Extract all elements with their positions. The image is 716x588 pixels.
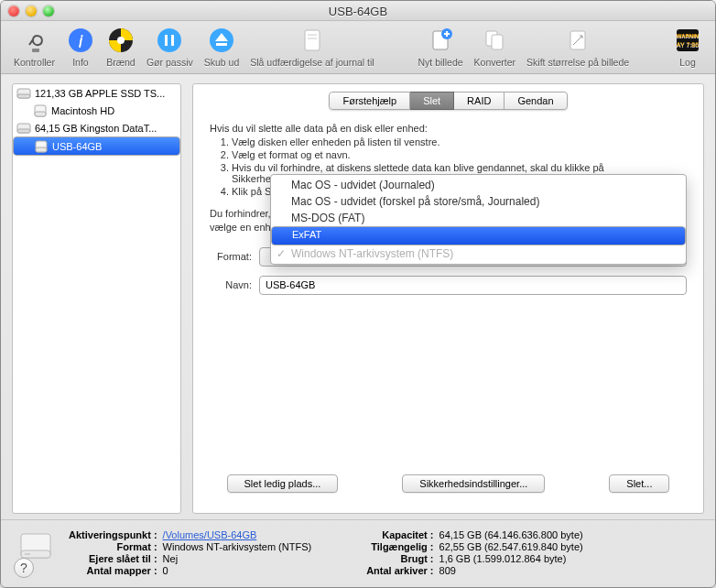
security-options-button[interactable]: Sikkerhedsindstillinger... [402, 474, 545, 493]
format-row: Format: Mac OS - udvidet (Journaled)Mac … [210, 247, 687, 267]
info-key: Ejere slået til : [69, 553, 157, 564]
konverter-icon [480, 26, 509, 55]
nyt-icon [426, 26, 455, 55]
toolbar-passiv-button[interactable]: Gør passiv [141, 24, 199, 70]
button-row: Slet ledig plads... Sikkerhedsindstillin… [210, 463, 687, 502]
window-body: 121,33 GB APPLE SSD TS...Macintosh HD64,… [1, 74, 715, 587]
info-key: Tilgængelig : [366, 541, 433, 552]
svg-point-5 [157, 28, 181, 52]
disk-item[interactable]: 121,33 GB APPLE SSD TS... [13, 84, 180, 102]
instructions-intro: Hvis du vil slette alle data på en disk … [210, 123, 687, 134]
svg-rect-31 [25, 553, 30, 555]
braend-icon [106, 26, 136, 55]
passiv-icon [155, 26, 184, 55]
toolbar-journal-button[interactable]: Slå udfærdigelse af journal til [244, 24, 379, 70]
toolbar-label: Nyt billede [418, 57, 463, 68]
toolbar-skub-button[interactable]: Skub ud [199, 24, 245, 70]
resize-icon [563, 26, 592, 55]
format-option[interactable]: ExFAT [271, 226, 686, 245]
format-option[interactable]: Mac OS - udvidet (forskel på store/små, … [271, 193, 686, 210]
instruction-step: Vælg disken eller enheden på listen til … [232, 136, 687, 148]
svg-rect-10 [305, 30, 320, 50]
svg-rect-28 [36, 147, 47, 152]
info-value: Windows NT-arkivsystem (NTFS) [163, 541, 312, 552]
svg-rect-6 [165, 35, 168, 46]
info-key: Antal arkiver : [366, 565, 433, 576]
tab-førstehjælp[interactable]: Førstehjælp [329, 92, 410, 110]
svg-rect-22 [17, 94, 30, 98]
item-label: 121,33 GB APPLE SSD TS... [35, 88, 165, 99]
volume-item[interactable]: USB-64GB [13, 136, 180, 156]
disk-icon [16, 121, 31, 136]
format-option[interactable]: MS-DOS (FAT) [271, 210, 686, 226]
help-button[interactable]: ? [14, 558, 34, 578]
kontroller-icon [19, 26, 49, 55]
footer: Aktiveringspunkt :/Volumes/USB-64GBForma… [1, 519, 715, 587]
format-option: Windows NT-arkivsystem (NTFS) [271, 245, 686, 262]
format-option[interactable]: Mac OS - udvidet (Journaled) [271, 177, 686, 193]
window-title: USB-64GB [1, 3, 715, 18]
title-bar: USB-64GB [1, 1, 715, 21]
toolbar-braend-button[interactable]: Brænd [101, 24, 141, 70]
toolbar-resize-button[interactable]: Skift størrelse på billede [521, 24, 635, 70]
svg-rect-16 [492, 35, 503, 49]
toolbar-label: Skift størrelse på billede [526, 57, 629, 68]
toolbar-label: Info [72, 57, 89, 68]
disk-icon [16, 86, 31, 101]
info-value: 0 [163, 565, 312, 576]
svg-rect-24 [35, 112, 46, 116]
instruction-step: Vælg et format og et navn. [232, 148, 687, 161]
skub-icon [207, 26, 236, 55]
traffic-lights [8, 5, 54, 16]
toolbar-label: Slå udfærdigelse af journal til [250, 57, 374, 68]
info-icon: i [66, 26, 95, 55]
toolbar-kontroller-button[interactable]: Kontroller [8, 24, 60, 70]
format-label: Format: [210, 251, 259, 262]
info-key: Aktiveringspunkt : [69, 529, 157, 540]
toolbar-label: Log [679, 57, 696, 68]
toolbar-info-button[interactable]: iInfo [60, 24, 101, 70]
info-key: Antal mapper : [69, 565, 157, 576]
device-sidebar: 121,33 GB APPLE SSD TS...Macintosh HD64,… [12, 83, 181, 514]
journal-icon [298, 26, 327, 55]
erase-panel: Hvis du vil slette alle data på en disk … [193, 110, 703, 513]
tab-gendan[interactable]: Gendan [504, 92, 567, 110]
zoom-button[interactable] [43, 5, 54, 16]
toolbar: KontrolleriInfoBrændGør passivSkub udSlå… [1, 21, 715, 74]
tab-raid[interactable]: RAID [454, 92, 504, 110]
name-label: Navn: [210, 279, 259, 290]
toolbar-label: Konverter [474, 57, 516, 68]
name-input[interactable] [259, 276, 687, 295]
tab-bar: FørstehjælpSletRAIDGendan [193, 84, 703, 110]
erase-free-space-button[interactable]: Slet ledig plads... [227, 474, 339, 493]
info-value: 809 [439, 565, 583, 576]
content-pane: FørstehjælpSletRAIDGendan Hvis du vil sl… [192, 83, 704, 514]
toolbar-konverter-button[interactable]: Konverter [469, 24, 522, 70]
log-icon: WARNINAY 7:86 [673, 26, 702, 55]
info-value[interactable]: /Volumes/USB-64GB [163, 529, 312, 540]
disk-item[interactable]: 64,15 GB Kingston DataT... [13, 119, 180, 136]
svg-point-4 [117, 37, 125, 44]
item-label: Macintosh HD [51, 105, 114, 116]
toolbar-label: Kontroller [14, 57, 55, 68]
info-value: Nej [163, 553, 312, 564]
tab-slet[interactable]: Slet [410, 92, 454, 110]
volume-item[interactable]: Macintosh HD [13, 102, 180, 119]
minimize-button[interactable] [26, 5, 37, 16]
info-value: 62,55 GB (62.547.619.840 byte) [439, 541, 583, 552]
info-value: 1,6 GB (1.599.012.864 byte) [439, 553, 583, 564]
toolbar-label: Gør passiv [146, 57, 193, 68]
toolbar-nyt-button[interactable]: Nyt billede [413, 24, 469, 70]
toolbar-log-button[interactable]: WARNINAY 7:86Log [667, 24, 708, 70]
info-value: 64,15 GB (64.146.636.800 byte) [439, 529, 583, 540]
toolbar-label: Skub ud [204, 57, 240, 68]
info-key: Kapacitet : [366, 529, 433, 540]
svg-rect-26 [17, 129, 30, 133]
name-row: Navn: [210, 276, 687, 295]
app-window: USB-64GB KontrolleriInfoBrændGør passivS… [0, 0, 716, 588]
volume-icon [33, 103, 48, 118]
close-button[interactable] [8, 5, 19, 16]
erase-button[interactable]: Slet... [609, 474, 669, 493]
svg-rect-7 [171, 35, 174, 46]
svg-rect-9 [216, 43, 227, 46]
